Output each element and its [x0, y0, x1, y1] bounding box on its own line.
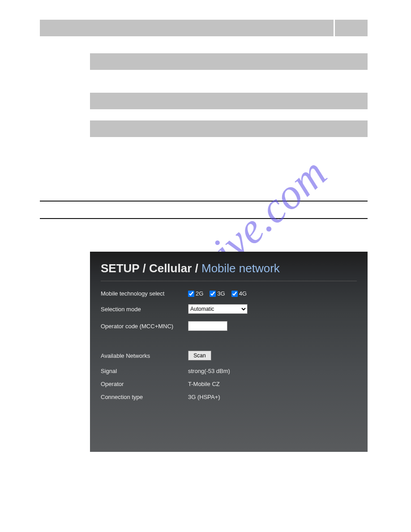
- checkbox-2g[interactable]: 2G: [188, 290, 203, 297]
- mobile-network-panel: SETUP / Cellular / Mobile network Mobile…: [90, 252, 368, 452]
- available-networks-label: Available Networks: [101, 352, 188, 359]
- checkbox-4g[interactable]: 4G: [231, 290, 247, 297]
- scan-button[interactable]: Scan: [188, 351, 211, 360]
- operator-code-label: Operator code (MCC+MNC): [101, 323, 188, 330]
- operator-value: T-Mobile CZ: [188, 381, 220, 387]
- checkbox-2g-label: 2G: [196, 290, 203, 297]
- checkbox-3g-input[interactable]: [210, 291, 216, 297]
- checkbox-4g-label: 4G: [239, 290, 247, 297]
- operator-label: Operator: [101, 381, 188, 387]
- connection-type-label: Connection type: [101, 394, 188, 400]
- selection-mode-select[interactable]: Automatic: [188, 304, 248, 314]
- connection-type-value: 3G (HSPA+): [188, 394, 220, 400]
- divider: [40, 201, 368, 202]
- checkbox-3g-label: 3G: [217, 290, 225, 297]
- checkbox-3g[interactable]: 3G: [210, 290, 225, 297]
- signal-value: strong(-53 dBm): [188, 368, 230, 374]
- breadcrumb-sep: /: [195, 262, 201, 275]
- placeholder-bar: [90, 93, 368, 109]
- checkbox-2g-input[interactable]: [188, 291, 194, 297]
- mobile-tech-label: Mobile technology select: [101, 290, 188, 297]
- placeholder-bar: [90, 120, 368, 137]
- placeholder-bar: [90, 53, 368, 70]
- selection-mode-label: Selection mode: [101, 306, 188, 313]
- placeholder-bar: [335, 20, 368, 36]
- breadcrumb-sep: /: [142, 262, 149, 275]
- panel-breadcrumb: SETUP / Cellular / Mobile network: [101, 262, 357, 281]
- breadcrumb-mobile-network: Mobile network: [201, 262, 280, 275]
- breadcrumb-cellular: Cellular: [149, 262, 192, 275]
- divider: [40, 218, 368, 219]
- checkbox-4g-input[interactable]: [231, 291, 238, 297]
- operator-code-input[interactable]: [188, 321, 227, 331]
- signal-label: Signal: [101, 368, 188, 374]
- breadcrumb-setup: SETUP: [101, 262, 139, 275]
- placeholder-bar: [40, 20, 334, 36]
